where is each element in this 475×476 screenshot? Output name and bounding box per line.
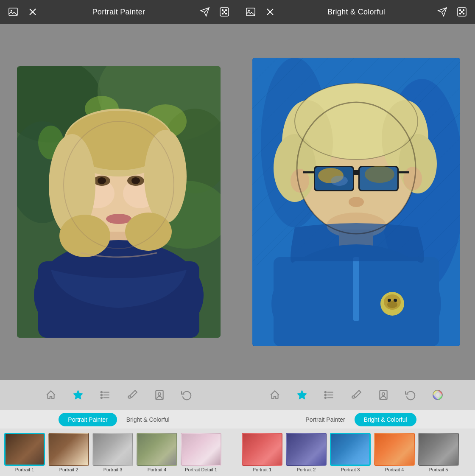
- right-panel: Bright & Colorful: [238, 0, 475, 476]
- tab-bright-colorful-right[interactable]: Bright & Colorful: [355, 413, 416, 426]
- right-thumb-1[interactable]: Portrait 1: [241, 433, 283, 472]
- tab-portrait-painter-right[interactable]: Portrait Painter: [296, 413, 354, 426]
- right-panel-title: Bright & Colorful: [327, 8, 385, 17]
- left-thumb-1[interactable]: Portrait 1: [3, 433, 46, 472]
- svg-point-99: [325, 397, 326, 398]
- refresh-icon-left[interactable]: [179, 387, 194, 403]
- left-thumb-img-5[interactable]: [181, 433, 221, 466]
- svg-point-44: [101, 397, 102, 398]
- close-icon-right[interactable]: [264, 6, 277, 18]
- svg-marker-38: [73, 390, 83, 399]
- right-thumb-4[interactable]: Portrait 4: [373, 433, 416, 472]
- svg-point-8: [226, 13, 227, 14]
- portrait-icon-left[interactable]: [152, 387, 167, 403]
- svg-point-98: [325, 394, 326, 395]
- right-thumb-label-3: Portrait 3: [341, 467, 360, 472]
- right-header-right-icons: [436, 6, 468, 18]
- svg-point-6: [226, 10, 227, 11]
- tab-portrait-painter-left[interactable]: Portrait Painter: [59, 413, 117, 426]
- left-main-image: [17, 66, 221, 338]
- left-tabs-bar: Portrait Painter Bright & Colorful: [0, 410, 238, 428]
- svg-point-34: [59, 215, 110, 257]
- svg-point-43: [101, 394, 102, 395]
- image-icon-right[interactable]: [244, 6, 257, 18]
- left-thumb-label-4: Portrait 4: [148, 467, 167, 472]
- brush-icon-left[interactable]: [125, 387, 140, 403]
- right-thumb-img-2[interactable]: [286, 433, 327, 466]
- bird-icon-right[interactable]: [436, 6, 449, 18]
- left-toolbar: [0, 380, 238, 410]
- svg-point-46: [158, 393, 161, 396]
- svg-point-7: [222, 13, 224, 14]
- star-icon-right[interactable]: [294, 387, 310, 403]
- svg-point-103: [436, 393, 440, 397]
- left-thumb-img-1[interactable]: [4, 433, 45, 466]
- left-header-right-icons: [198, 6, 231, 18]
- right-thumb-img-5[interactable]: [418, 433, 459, 466]
- svg-marker-93: [297, 390, 307, 399]
- svg-point-101: [382, 393, 385, 396]
- right-thumb-img-1[interactable]: [242, 433, 282, 466]
- left-thumb-5[interactable]: Portrait Detail 1: [180, 433, 222, 472]
- right-thumb-label-2: Portrait 2: [297, 467, 316, 472]
- left-thumb-label-5: Portrait Detail 1: [185, 467, 217, 472]
- left-image-area: [0, 24, 238, 380]
- svg-point-53: [463, 10, 464, 11]
- svg-point-33: [144, 130, 187, 223]
- refresh-icon-right[interactable]: [403, 387, 418, 403]
- home-icon-right[interactable]: [267, 387, 282, 403]
- right-thumb-3[interactable]: Portrait 3: [329, 433, 372, 472]
- dice-icon-left[interactable]: [218, 6, 231, 18]
- left-thumb-2[interactable]: Portrait 2: [48, 433, 90, 472]
- tab-bright-colorful-left[interactable]: Bright & Colorful: [117, 413, 179, 426]
- brush-icon-right[interactable]: [349, 387, 364, 403]
- right-thumb-label-4: Portrait 4: [385, 467, 404, 472]
- list-icon-right[interactable]: [321, 387, 337, 403]
- left-thumbnails-bar: Portrait 1 Portrait 2 Portrait 3 Portrai…: [0, 428, 238, 476]
- dice-icon-right[interactable]: [455, 6, 468, 18]
- svg-point-55: [463, 13, 464, 14]
- right-tabs-bar: Portrait Painter Bright & Colorful: [238, 410, 475, 428]
- right-toolbar: [238, 380, 475, 410]
- right-header-left-icons: [244, 6, 277, 18]
- svg-point-54: [460, 13, 461, 14]
- left-thumb-3[interactable]: Portrait 3: [92, 433, 134, 472]
- right-thumb-2[interactable]: Portrait 2: [285, 433, 327, 472]
- image-icon-left[interactable]: [7, 6, 20, 18]
- left-panel-title: Portrait Painter: [92, 8, 145, 17]
- left-thumb-img-4[interactable]: [137, 433, 177, 466]
- svg-point-97: [325, 392, 326, 393]
- right-thumb-img-3[interactable]: [330, 433, 371, 466]
- left-thumb-label-2: Portrait 2: [59, 467, 78, 472]
- svg-point-52: [460, 10, 461, 11]
- left-header-left-icons: [7, 6, 39, 18]
- right-thumb-label-1: Portrait 1: [253, 467, 272, 472]
- left-panel: Portrait Painter: [0, 0, 238, 476]
- svg-point-31: [131, 177, 140, 184]
- left-header: Portrait Painter: [0, 0, 238, 24]
- list-icon-left[interactable]: [98, 387, 113, 403]
- svg-point-27: [106, 214, 131, 224]
- right-thumb-img-4[interactable]: [374, 433, 415, 466]
- left-thumb-label-1: Portrait 1: [15, 467, 34, 472]
- color-wheel-icon-right[interactable]: [430, 387, 445, 403]
- svg-point-56: [461, 11, 463, 13]
- left-thumb-4[interactable]: Portrait 4: [136, 433, 178, 472]
- home-icon-left[interactable]: [43, 387, 59, 403]
- svg-point-35: [125, 213, 172, 251]
- svg-point-42: [101, 392, 102, 393]
- right-thumb-5[interactable]: Portrait 5: [417, 433, 460, 472]
- right-image-area: [238, 24, 475, 380]
- svg-point-48: [248, 10, 250, 11]
- bird-icon-left[interactable]: [198, 6, 211, 18]
- close-icon-left[interactable]: [26, 6, 39, 18]
- svg-point-30: [98, 177, 106, 184]
- left-thumb-img-2[interactable]: [48, 433, 89, 466]
- left-thumb-label-3: Portrait 3: [103, 467, 123, 472]
- portrait-icon-right[interactable]: [376, 387, 391, 403]
- star-icon-left[interactable]: [70, 387, 86, 403]
- right-main-image: [252, 58, 460, 346]
- left-thumb-img-3[interactable]: [92, 433, 133, 466]
- right-thumb-label-5: Portrait 5: [429, 467, 448, 472]
- svg-point-1: [11, 10, 12, 11]
